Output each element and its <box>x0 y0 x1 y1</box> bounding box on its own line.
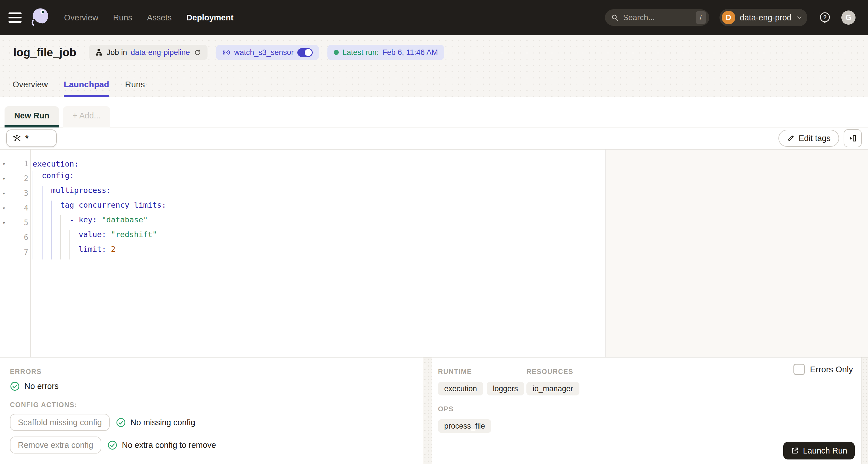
edit-tags-label: Edit tags <box>799 134 831 143</box>
latest-run-pill: Latest run: Feb 6, 11:46 AM <box>328 45 444 60</box>
dagster-logo-icon[interactable] <box>28 6 52 29</box>
run-status-dot <box>334 50 339 55</box>
token-sp <box>106 245 111 254</box>
code-line: 7limit: 2 <box>0 245 606 260</box>
code-text: execution: <box>28 160 79 168</box>
job-location-pill: Job in data-eng-pipeline <box>89 45 208 60</box>
search-icon <box>611 13 619 22</box>
code-line: ▾3multiprocess: <box>0 186 606 201</box>
fold-arrow-icon[interactable]: ▾ <box>0 205 16 211</box>
tab-runs[interactable]: Runs <box>125 79 145 97</box>
indent-guide <box>60 245 70 260</box>
latest-run-link[interactable]: Feb 6, 11:46 AM <box>382 48 438 57</box>
config-tab-add[interactable]: + Add... <box>63 106 110 128</box>
repo-link[interactable]: data-eng-pipeline <box>131 48 190 57</box>
fold-arrow-icon[interactable]: ▾ <box>0 161 16 167</box>
sensor-link[interactable]: watch_s3_sensor <box>234 48 294 57</box>
indent-guide <box>51 230 60 245</box>
token-key: config: <box>42 171 74 180</box>
runtime-tags: executionloggers <box>438 382 526 395</box>
indent-guide <box>69 230 79 245</box>
search-field[interactable] <box>623 13 692 22</box>
no-errors-row: No errors <box>10 381 411 391</box>
tag-io-manager[interactable]: io_manager <box>526 382 580 395</box>
indent-guide <box>51 201 60 215</box>
token-key: limit: <box>79 245 106 254</box>
check-circle-icon <box>10 381 20 391</box>
panel-scroll-gutter <box>861 358 868 464</box>
errors-only-checkbox[interactable] <box>794 364 805 375</box>
resources-tags: io_manager <box>526 382 580 395</box>
token-sp <box>106 230 111 239</box>
token-str: "redshift" <box>111 230 157 239</box>
nav-item-deployment[interactable]: Deployment <box>187 13 234 22</box>
user-avatar[interactable]: G <box>841 10 856 25</box>
fold-arrow-icon[interactable]: ▾ <box>0 220 16 226</box>
config-sections-panel: RUNTIME executionloggers OPS process_fil… <box>432 358 861 464</box>
tab-overview[interactable]: Overview <box>12 79 48 97</box>
expand-panel-icon <box>848 134 857 142</box>
check-circle-icon <box>107 440 117 450</box>
tag-process-file[interactable]: process_file <box>438 419 491 433</box>
nav-item-overview[interactable]: Overview <box>64 13 98 22</box>
indent-guide <box>51 215 60 230</box>
nav-item-assets[interactable]: Assets <box>147 13 172 22</box>
help-icon[interactable]: ? <box>819 11 831 24</box>
nav-item-runs[interactable]: Runs <box>113 13 132 22</box>
sensor-icon <box>222 48 230 57</box>
job-location-prefix: Job in <box>106 48 127 57</box>
config-action-row: Scaffold missing configNo missing config <box>10 414 411 431</box>
errors-only-control[interactable]: Errors Only <box>794 364 853 375</box>
indent-guide <box>42 201 51 215</box>
config-actions: Scaffold missing configNo missing config… <box>10 414 411 454</box>
pencil-icon <box>787 135 795 142</box>
op-selector-button[interactable]: * <box>6 129 57 147</box>
chevron-down-icon <box>796 14 803 21</box>
indent-guide <box>33 215 42 230</box>
config-action-status: No missing config <box>116 418 195 427</box>
bottom-panels: ERRORS No errors CONFIG ACTIONS: Scaffol… <box>0 357 868 464</box>
code-line: ▾4tag_concurrency_limits: <box>0 201 606 215</box>
token-pun: - <box>69 215 79 224</box>
edit-tags-button[interactable]: Edit tags <box>778 130 839 147</box>
panel-splitter[interactable] <box>423 358 432 464</box>
code-line: ▾5- key: "database" <box>0 215 606 230</box>
tag-loggers[interactable]: loggers <box>487 382 524 395</box>
deployment-switcher[interactable]: D data-eng-prod <box>719 9 807 26</box>
indent-guide <box>33 201 42 215</box>
fold-arrow-icon[interactable]: ▾ <box>0 190 16 196</box>
search-input[interactable]: / <box>605 9 709 26</box>
runtime-column: RUNTIME executionloggers OPS process_fil… <box>438 368 526 433</box>
sensor-toggle[interactable] <box>298 48 313 57</box>
tag-execution[interactable]: execution <box>438 382 483 395</box>
job-header: log_file_job Job in data-eng-pipeline <box>0 35 868 70</box>
expand-panel-button[interactable] <box>844 129 862 147</box>
page-title: log_file_job <box>13 46 76 59</box>
fold-arrow-icon[interactable]: ▾ <box>0 175 16 181</box>
code-text: config: <box>28 171 74 186</box>
job-tabs: OverviewLaunchpadRuns <box>0 70 868 97</box>
tab-launchpad[interactable]: Launchpad <box>64 79 109 97</box>
menu-icon[interactable] <box>8 12 22 23</box>
config-tab-new-run[interactable]: New Run <box>4 106 59 128</box>
config-yaml-editor[interactable]: ▾1execution:▾2config:▾3multiprocess:▾4ta… <box>0 150 606 357</box>
scaffold-missing-config-button[interactable]: Scaffold missing config <box>10 414 110 431</box>
token-str: "database" <box>102 215 148 224</box>
config-schema-pane <box>606 150 868 357</box>
line-number: 6 <box>16 233 28 242</box>
indent-guide <box>60 230 70 245</box>
token-key: multiprocess: <box>51 186 111 195</box>
topbar-right: / D data-eng-prod ? G <box>605 9 856 26</box>
line-number: 7 <box>16 248 28 256</box>
config-action-row: Remove extra configNo extra config to re… <box>10 436 411 454</box>
primary-nav: OverviewRunsAssetsDeployment <box>64 13 234 22</box>
indent-guide <box>33 230 42 245</box>
launch-run-label: Launch Run <box>803 446 847 456</box>
resources-section-label: RESOURCES <box>526 368 580 376</box>
indent-guide <box>42 245 51 260</box>
line-number: 3 <box>16 189 28 197</box>
reload-icon[interactable] <box>194 49 201 56</box>
errors-only-label: Errors Only <box>810 365 853 374</box>
remove-extra-config-button[interactable]: Remove extra config <box>10 436 101 454</box>
launch-run-button[interactable]: Launch Run <box>783 442 855 460</box>
